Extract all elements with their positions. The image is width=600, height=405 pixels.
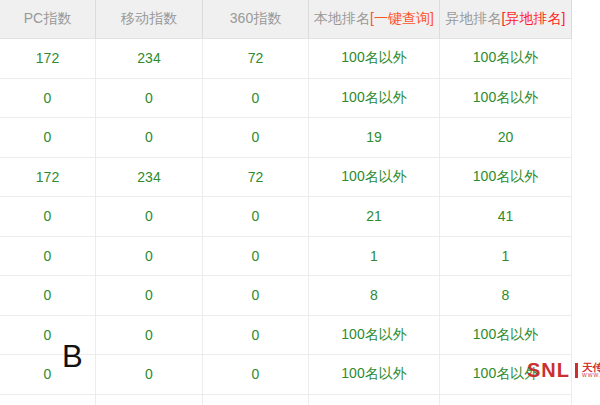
- column-label: PC指数: [24, 10, 71, 26]
- column-label: 异地排名: [446, 10, 502, 26]
- column-action-link[interactable]: [一键查询]: [370, 10, 434, 26]
- table-row: 000100名以外100名以外: [0, 355, 572, 395]
- watermark-text-block: 天传网络 WWW.SNL.CN: [582, 362, 600, 379]
- table-cell: 0: [96, 394, 203, 405]
- table-cell: 100名以外: [440, 78, 572, 118]
- stray-character: B: [62, 341, 83, 372]
- table-cell: 0: [0, 118, 96, 158]
- table-cell: 100名以外: [440, 39, 572, 79]
- table-cell: 100名以外: [309, 39, 440, 79]
- table-cell: 8: [309, 276, 440, 316]
- table-cell: 0: [203, 118, 309, 158]
- table-cell: 100名以外: [440, 315, 572, 355]
- table-header: PC指数移动指数360指数本地排名[一键查询]异地排名[异地排名]: [0, 0, 572, 39]
- column-header: 移动指数: [96, 0, 203, 39]
- column-label: 移动指数: [121, 10, 177, 26]
- table-cell: 100名以外: [309, 394, 440, 405]
- column-header: 360指数: [203, 0, 309, 39]
- table-row: 00088: [0, 276, 572, 316]
- table-cell: 0: [96, 236, 203, 276]
- table-row: 17223472100名以外100名以外: [0, 39, 572, 79]
- table-cell: 72: [203, 39, 309, 79]
- table-cell: 0: [0, 276, 96, 316]
- table-cell: 0: [203, 78, 309, 118]
- table-cell: 100名以外: [309, 315, 440, 355]
- column-label: 本地排名: [314, 10, 370, 26]
- watermark-subtext: WWW.SNL.CN: [582, 373, 600, 378]
- table-cell: 0: [203, 394, 309, 405]
- column-header: PC指数: [0, 0, 96, 39]
- table-cell: 172: [0, 39, 96, 79]
- table-row: 17223472100名以外100名以外: [0, 157, 572, 197]
- table-body: 17223472100名以外100名以外000100名以外100名以外00019…: [0, 39, 572, 405]
- table-cell: 0: [203, 276, 309, 316]
- table-cell: 0: [96, 78, 203, 118]
- table-cell: 100名以外: [440, 157, 572, 197]
- table-cell: 0: [203, 236, 309, 276]
- table-cell: 72: [203, 157, 309, 197]
- table-cell: 21: [309, 197, 440, 237]
- table-cell: 0: [203, 355, 309, 395]
- table-cell: 100名以外: [440, 394, 572, 405]
- table-row: 0002141: [0, 197, 572, 237]
- table-cell: 1: [309, 236, 440, 276]
- table-cell: 0: [96, 118, 203, 158]
- table-cell: 234: [96, 39, 203, 79]
- table-cell: 234: [96, 157, 203, 197]
- table-cell: 0: [203, 197, 309, 237]
- table-cell: 0: [96, 315, 203, 355]
- table-cell: 20: [440, 118, 572, 158]
- table-cell: 0: [96, 355, 203, 395]
- table-cell: 41: [440, 197, 572, 237]
- table-cell: 0: [203, 315, 309, 355]
- table-cell: 0: [0, 236, 96, 276]
- table-cell: 19: [309, 118, 440, 158]
- table-row: 000100名以外100名以外: [0, 315, 572, 355]
- column-header: 本地排名[一键查询]: [309, 0, 440, 39]
- column-label: 360指数: [230, 10, 281, 26]
- table-row: 00011: [0, 236, 572, 276]
- table-cell: 0: [0, 197, 96, 237]
- table-row: 000100名以外100名以外: [0, 78, 572, 118]
- watermark-divider: [575, 363, 578, 378]
- watermark-name: 天传网络: [582, 362, 600, 373]
- table-cell: 100名以外: [309, 78, 440, 118]
- table-cell: 8: [440, 276, 572, 316]
- table-cell: 0: [0, 78, 96, 118]
- table-cell: 1: [440, 236, 572, 276]
- table-cell: 100名以外: [309, 157, 440, 197]
- table-header-row: PC指数移动指数360指数本地排名[一键查询]异地排名[异地排名]: [0, 0, 572, 39]
- table-cell: 0: [96, 197, 203, 237]
- table-cell: 172: [0, 157, 96, 197]
- watermark: SNL 天传网络 WWW.SNL.CN: [527, 360, 600, 380]
- ranking-table: PC指数移动指数360指数本地排名[一键查询]异地排名[异地排名] 172234…: [0, 0, 572, 405]
- table-cell: 0: [0, 394, 96, 405]
- table-cell: 0: [96, 276, 203, 316]
- watermark-brand: SNL: [527, 360, 570, 380]
- table-row: 000100名以外100名以外: [0, 394, 572, 405]
- table-row: 0001920: [0, 118, 572, 158]
- table-cell: 100名以外: [309, 355, 440, 395]
- column-action-link[interactable]: [异地排名]: [502, 10, 566, 26]
- column-header: 异地排名[异地排名]: [440, 0, 572, 39]
